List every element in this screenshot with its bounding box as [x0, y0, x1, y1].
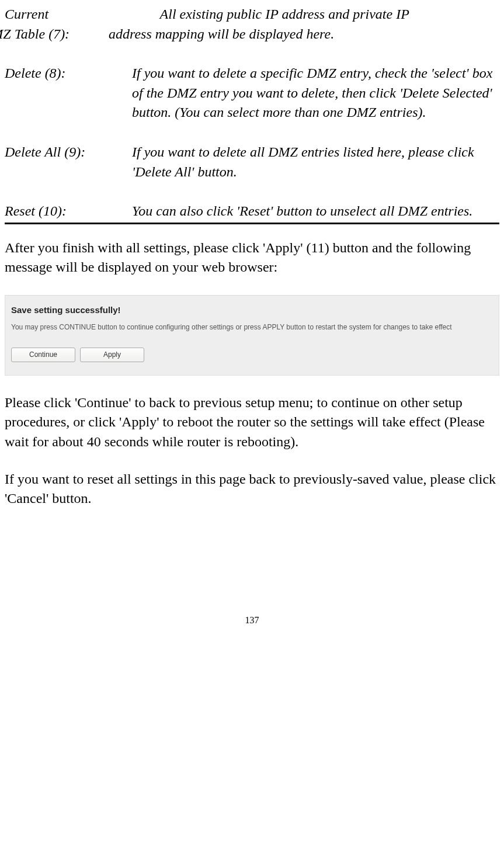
- definition-description: If you want to delete all DMZ entries li…: [132, 143, 499, 182]
- paragraph-apply-instruction: After you finish with all settings, plea…: [5, 238, 499, 277]
- dialog-text: You may press CONTINUE button to continu…: [11, 322, 493, 332]
- definition-term: Delete All (9):: [5, 143, 132, 162]
- paragraph-continue-instruction: Please click 'Continue' to back to previ…: [5, 393, 499, 452]
- dialog-title: Save setting successfully!: [11, 304, 493, 316]
- definition-row: Current DMZ Table (7): All existing publ…: [5, 5, 499, 44]
- desc-rest: address mapping will be displayed here.: [109, 25, 499, 44]
- definitions-block: Current DMZ Table (7): All existing publ…: [5, 5, 499, 224]
- desc-line1: All existing public IP address and priva…: [132, 5, 499, 25]
- term-text: Current: [5, 6, 48, 22]
- dialog-button-row: Continue Apply: [11, 348, 493, 362]
- apply-button[interactable]: Apply: [80, 348, 144, 362]
- continue-button[interactable]: Continue: [11, 348, 75, 362]
- definition-term: Delete (8):: [5, 64, 132, 84]
- save-success-dialog: Save setting successfully! You may press…: [5, 295, 499, 376]
- page-number: 137: [5, 614, 499, 627]
- definition-description: If you want to delete a specific DMZ ent…: [132, 64, 499, 123]
- paragraph-cancel-instruction: If you want to reset all settings in thi…: [5, 470, 499, 509]
- definition-description: All existing public IP address and priva…: [132, 5, 499, 44]
- definition-row: Delete (8): If you want to delete a spec…: [5, 64, 499, 123]
- definition-description: You can also click 'Reset' button to uns…: [132, 202, 499, 221]
- definition-row: Reset (10): You can also click 'Reset' b…: [5, 202, 499, 221]
- definition-row: Delete All (9): If you want to delete al…: [5, 143, 499, 182]
- definition-term: Reset (10):: [5, 202, 132, 221]
